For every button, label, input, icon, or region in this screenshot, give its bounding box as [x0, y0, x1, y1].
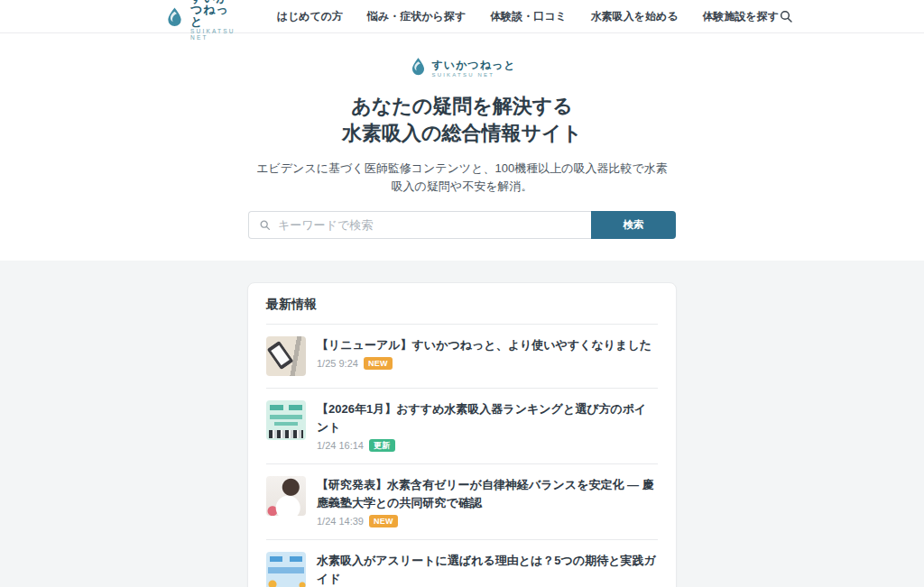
- status-badge: 更新: [369, 439, 395, 452]
- news-item[interactable]: 【研究発表】水素含有ゼリーが自律神経バランスを安定化 ― 慶應義塾大学との共同研…: [266, 464, 658, 540]
- top-navbar: すいかつねっと SUIKATSU NET はじめての方 悩み・症状から探す 体験…: [0, 0, 924, 33]
- search-field-wrap: [248, 211, 591, 239]
- hero-brand-logo: すいかつねっと SUIKATSU NET: [409, 57, 516, 79]
- search-icon: [259, 219, 271, 231]
- nav-item-start[interactable]: 水素吸入を始める: [591, 9, 679, 24]
- page-title-line1: あなたの疑問を解決する: [351, 95, 573, 117]
- page-title-line2: 水素吸入の総合情報サイト: [342, 122, 582, 144]
- page-title: あなたの疑問を解決する 水素吸入の総合情報サイト: [0, 93, 924, 147]
- news-date: 1/24 16:14: [317, 440, 364, 451]
- latest-news-card: 最新情報 【リニューアル】すいかつねっと、より使いやすくなりました 1/25 9…: [247, 282, 677, 587]
- news-item[interactable]: 水素吸入がアスリートに選ばれる理由とは？5つの期待と実践ガイド 1/24 10:…: [266, 540, 658, 587]
- news-title[interactable]: 水素吸入がアスリートに選ばれる理由とは？5つの期待と実践ガイド: [317, 552, 658, 587]
- brand-name: すいかつねっと: [190, 0, 236, 27]
- search-icon[interactable]: [779, 9, 793, 23]
- news-thumbnail: [266, 400, 306, 440]
- nav-item-symptoms[interactable]: 悩み・症状から探す: [367, 9, 466, 24]
- brand-subname: SUIKATSU NET: [432, 72, 516, 78]
- news-title[interactable]: 【リニューアル】すいかつねっと、より使いやすくなりました: [317, 336, 651, 354]
- main-nav: はじめての方 悩み・症状から探す 体験談・口コミ 水素吸入を始める 体験施設を探…: [277, 9, 780, 24]
- news-date: 1/25 9:24: [317, 358, 358, 369]
- news-meta: 1/24 16:14 更新: [317, 439, 658, 452]
- news-title[interactable]: 【研究発表】水素含有ゼリーが自律神経バランスを安定化 ― 慶應義塾大学との共同研…: [317, 476, 658, 512]
- nav-item-beginners[interactable]: はじめての方: [277, 9, 343, 24]
- water-drop-icon: [164, 6, 185, 27]
- news-title[interactable]: 【2026年1月】おすすめ水素吸入器ランキングと選び方のポイント: [317, 400, 658, 436]
- news-meta: 1/25 9:24 NEW: [317, 357, 651, 370]
- status-badge: NEW: [364, 357, 393, 370]
- news-thumbnail: [266, 552, 306, 587]
- news-thumbnail: [266, 336, 306, 376]
- content-area: 最新情報 【リニューアル】すいかつねっと、より使いやすくなりました 1/25 9…: [0, 261, 924, 587]
- brand-subname: SUIKATSU NET: [190, 29, 236, 41]
- hero-section: すいかつねっと SUIKATSU NET あなたの疑問を解決する 水素吸入の総合…: [0, 33, 924, 261]
- search-button[interactable]: 検索: [591, 211, 676, 239]
- news-item[interactable]: 【2026年1月】おすすめ水素吸入器ランキングと選び方のポイント 1/24 16…: [266, 389, 658, 464]
- hero-search-bar: 検索: [248, 211, 676, 239]
- page-subtitle: エビデンスに基づく医師監修コンテンツと、100機種以上の吸入器比較で水素吸入の疑…: [254, 160, 670, 196]
- brand-name: すいかつねっと: [432, 60, 516, 70]
- nav-item-facilities[interactable]: 体験施設を探す: [703, 9, 780, 24]
- status-badge: NEW: [369, 515, 398, 527]
- news-date: 1/24 14:39: [317, 516, 364, 527]
- news-item[interactable]: 【リニューアル】すいかつねっと、より使いやすくなりました 1/25 9:24 N…: [266, 325, 658, 389]
- water-drop-icon: [409, 57, 428, 79]
- nav-item-reviews[interactable]: 体験談・口コミ: [490, 9, 567, 24]
- news-meta: 1/24 14:39 NEW: [317, 515, 658, 527]
- search-input[interactable]: [278, 218, 581, 232]
- brand-logo[interactable]: すいかつねっと SUIKATSU NET: [164, 0, 236, 41]
- news-thumbnail: [266, 476, 306, 516]
- card-heading: 最新情報: [266, 283, 658, 325]
